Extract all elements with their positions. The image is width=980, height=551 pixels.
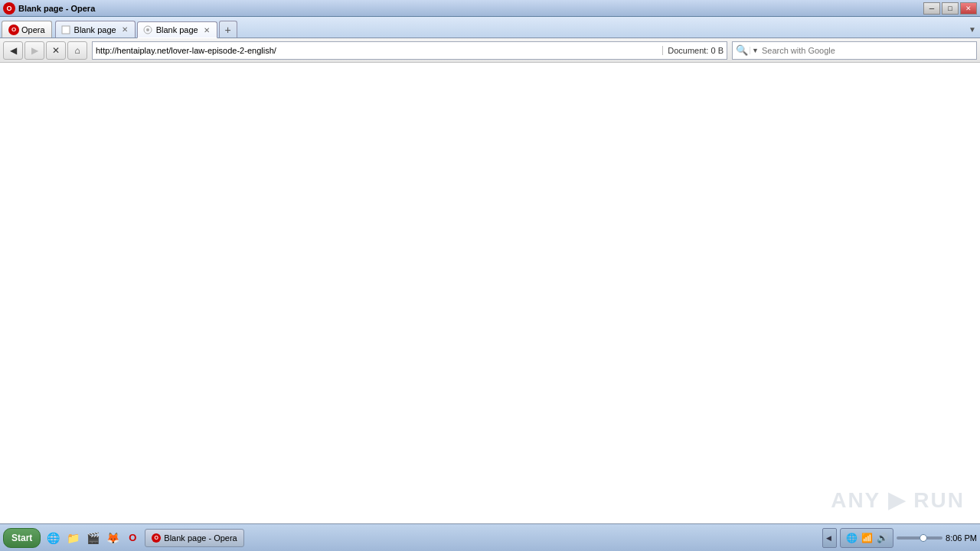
tab-2-icon <box>142 24 153 35</box>
opera-menu-label: Opera <box>21 25 45 34</box>
browser-content-area <box>0 63 980 523</box>
taskbar-opera-icon[interactable]: O <box>123 529 142 547</box>
tray-audio-icon: 🔊 <box>876 532 888 544</box>
start-button-label: Start <box>11 533 32 543</box>
tab-scroll-button[interactable]: ▼ <box>966 21 978 37</box>
tab-blank-page-1[interactable]: Blank page ✕ <box>55 21 136 37</box>
search-icon[interactable]: 🔍 <box>736 44 748 56</box>
tab-1-close-button[interactable]: ✕ <box>119 24 130 35</box>
opera-logo-icon: O <box>3 2 15 15</box>
taskbar-folder-icon[interactable]: 📁 <box>64 529 82 547</box>
new-tab-button[interactable]: + <box>219 21 237 37</box>
notification-expand-button[interactable]: ◀ <box>822 528 837 548</box>
system-clock: 8:06 PM <box>946 533 977 543</box>
window-controls: ─ □ ✕ <box>923 2 977 15</box>
tray-upload-icon: 📶 <box>861 532 873 544</box>
tab-2-close-button[interactable]: ✕ <box>201 24 212 35</box>
title-bar: O Blank page - Opera ─ □ ✕ <box>0 0 980 17</box>
taskbar-opera-logo: O <box>152 533 161 543</box>
taskbar-right: ◀ 🌐 📶 🔊 8:06 PM <box>822 528 977 548</box>
taskbar-opera-window-button[interactable]: O Blank page - Opera <box>145 529 243 547</box>
home-button[interactable]: ⌂ <box>67 41 87 60</box>
window-title: Blank page - Opera <box>18 4 923 13</box>
tab-blank-page-2[interactable]: Blank page ✕ <box>137 21 217 38</box>
search-input[interactable] <box>762 46 973 55</box>
tab-2-label: Blank page <box>156 25 198 34</box>
taskbar-firefox-icon[interactable]: 🦊 <box>103 529 122 547</box>
volume-slider[interactable] <box>897 536 942 540</box>
taskbar-programs: 🌐 📁 🎬 🦊 O <box>44 529 142 547</box>
svg-point-2 <box>146 28 149 31</box>
address-input[interactable] <box>96 46 659 55</box>
taskbar: Start 🌐 📁 🎬 🦊 O O Blank page - Opera ◀ 🌐… <box>0 523 980 551</box>
minimize-button[interactable]: ─ <box>923 2 940 15</box>
address-bar-container: Document: 0 B <box>92 41 727 60</box>
tab-1-icon <box>60 24 71 35</box>
opera-logo-small: O <box>8 24 19 35</box>
back-button[interactable]: ◀ <box>3 41 23 60</box>
document-info: Document: 0 B <box>662 46 724 55</box>
volume-track <box>897 536 942 540</box>
notification-expand-arrow: ◀ <box>826 534 831 542</box>
taskbar-opera-window-label: Blank page - Opera <box>164 533 237 543</box>
close-button[interactable]: ✕ <box>960 2 977 15</box>
opera-menu-button[interactable]: O Opera <box>2 21 52 37</box>
system-tray: 🌐 📶 🔊 <box>840 528 893 548</box>
start-button[interactable]: Start <box>3 528 41 548</box>
search-engine-dropdown[interactable]: ▼ <box>750 47 759 54</box>
search-bar: 🔍 ▼ <box>732 41 977 60</box>
volume-thumb[interactable] <box>920 534 927 542</box>
taskbar-media-icon[interactable]: 🎬 <box>83 529 102 547</box>
tray-network-icon: 🌐 <box>845 532 858 544</box>
taskbar-ie-icon[interactable]: 🌐 <box>44 529 62 547</box>
stop-button[interactable]: ✕ <box>46 41 66 60</box>
svg-rect-0 <box>62 26 70 34</box>
tab-1-label: Blank page <box>74 25 116 34</box>
forward-button[interactable]: ▶ <box>24 41 44 60</box>
tab-bar: O Opera Blank page ✕ Blank page ✕ + ▼ <box>0 17 980 38</box>
restore-button[interactable]: □ <box>942 2 959 15</box>
navigation-bar: ◀ ▶ ✕ ⌂ Document: 0 B 🔍 ▼ <box>0 38 980 63</box>
